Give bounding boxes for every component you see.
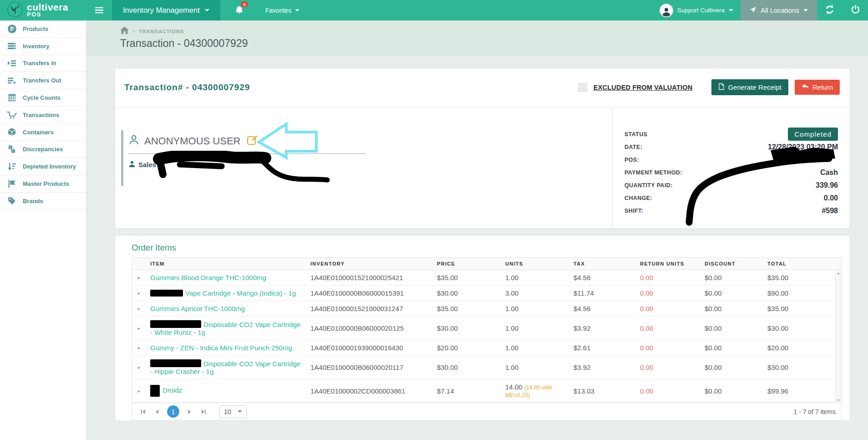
column-inventory: INVENTORY <box>306 258 432 270</box>
page-title: Transaction - 04300007929 <box>120 37 850 50</box>
sidebar-item-transfers-in[interactable]: Transfers In <box>0 55 86 72</box>
transaction-card: Transaction# - 04300007929 EXCLUDED FROM… <box>115 68 850 229</box>
sidebar-item-discrepancies[interactable]: Discrepancies <box>0 141 86 159</box>
expand-row-icon[interactable]: ▸ <box>132 286 146 301</box>
expand-row-icon[interactable]: ▸ <box>132 340 146 356</box>
sidebar-item-transactions[interactable]: Transactions <box>0 107 86 124</box>
sidebar-item-inventory[interactable]: Inventory <box>0 38 86 55</box>
column-total: TOTAL <box>763 258 841 270</box>
customer-section: ANONYMOUS USER Sales <box>115 107 612 228</box>
flag-icon <box>7 179 17 189</box>
cultivera-logo-icon <box>7 2 23 19</box>
column-return-units: RETURN UNITS <box>635 258 700 270</box>
favorites-label: Favorites <box>265 7 292 14</box>
brand-logo[interactable]: cultivera POS <box>0 0 86 20</box>
order-items-grid: ITEM INVENTORY PRICE UNITS TAX RETURN UN… <box>132 257 842 420</box>
accent-bar <box>121 130 123 186</box>
table-row: ▸ Disposable CO2 Vape Cartridge - White … <box>132 317 841 340</box>
tag-icon <box>7 196 17 205</box>
excluded-from-valuation-label[interactable]: EXCLUDED FROM VALUATION <box>594 84 693 91</box>
avatar <box>660 4 673 17</box>
previous-page-button[interactable] <box>152 406 162 417</box>
return-arrow-icon <box>802 83 809 91</box>
date-value: 12/28/2023 03:20 PM <box>768 143 838 151</box>
expand-row-icon[interactable]: ▸ <box>132 317 146 340</box>
brand-name: cultivera <box>27 3 68 12</box>
pos-label: POS: <box>624 157 639 163</box>
expand-row-icon[interactable]: ▸ <box>132 301 146 317</box>
current-page-button[interactable]: 1 <box>167 405 179 418</box>
brand-sub: POS <box>27 12 68 17</box>
module-menu-label: Inventory Management <box>123 6 200 15</box>
products-icon: P <box>7 24 17 34</box>
generate-receipt-button[interactable]: Generate Receipt <box>711 79 788 95</box>
table-row: ▸ Gummies Blood Orange THC-1000mg 1A40E0… <box>132 270 841 286</box>
person-solid-icon <box>129 161 135 169</box>
item-link[interactable]: Droidz <box>162 386 182 394</box>
navigation-icon <box>750 6 756 15</box>
user-name: Support Cultivera <box>677 7 725 14</box>
next-page-button[interactable] <box>184 406 195 417</box>
breadcrumb: › TRANSACTIONS Transaction - 04300007929 <box>86 20 868 56</box>
chevron-down-icon <box>238 410 242 413</box>
change-label: CHANGE: <box>624 195 652 201</box>
scroll-down-icon[interactable]: ▼ <box>837 399 840 402</box>
sidebar-item-products[interactable]: P Products <box>0 20 86 38</box>
column-discount: DISCOUNT <box>700 258 763 270</box>
sidebar-item-cycle-counts[interactable]: Cycle Counts <box>0 89 86 107</box>
expand-row-icon[interactable]: ▸ <box>132 270 146 286</box>
power-icon <box>851 5 860 15</box>
item-link[interactable]: Gummies Blood Orange THC-1000mg <box>150 274 266 281</box>
order-items-heading: Order Items <box>132 243 842 253</box>
status-badge: Completed <box>788 128 838 141</box>
person-outline-icon <box>128 134 140 148</box>
user-menu[interactable]: Support Cultivera <box>660 0 733 20</box>
sidebar-item-transfers-out[interactable]: Transfers Out <box>0 72 86 89</box>
depleted-icon <box>7 162 17 171</box>
discrepancies-icon <box>7 145 17 154</box>
edit-customer-icon[interactable] <box>247 134 258 148</box>
last-page-button[interactable] <box>198 406 209 417</box>
table-scrollbar[interactable]: ▲ ▼ <box>835 271 841 403</box>
svg-text:P: P <box>10 26 14 32</box>
sidebar-item-master-products[interactable]: Master Products <box>0 175 86 193</box>
excluded-from-valuation-checkbox[interactable] <box>578 83 587 92</box>
first-page-button[interactable] <box>137 406 148 417</box>
expand-row-icon[interactable]: ▸ <box>132 379 146 403</box>
sidebar-item-depleted-inventory[interactable]: Depleted Inventory <box>0 158 86 175</box>
quantity-paid-value: 339.96 <box>816 181 838 189</box>
item-link[interactable]: Gummy - ZEN - Indica Mini Fruit Punch 25… <box>150 344 292 352</box>
item-link[interactable]: Gummies Apricot THC-1000mg <box>150 305 245 312</box>
sales-label: Sales <box>138 161 156 169</box>
redaction-block <box>150 359 201 367</box>
order-items-card: Order Items ITEM INVENTORY PRICE UNITS T… <box>115 235 850 420</box>
shift-value: #598 <box>822 207 838 215</box>
expand-row-icon[interactable]: ▸ <box>132 356 146 379</box>
table-row: ▸ Gummy - ZEN - Indica Mini Fruit Punch … <box>132 340 841 356</box>
module-menu[interactable]: Inventory Management <box>112 0 220 20</box>
menu-toggle-icon[interactable] <box>86 0 112 20</box>
scroll-up-icon[interactable]: ▲ <box>837 271 840 275</box>
location-menu[interactable]: All Locations <box>741 0 817 20</box>
return-button[interactable]: Return <box>795 80 840 95</box>
notifications-button[interactable]: 0 <box>235 5 244 16</box>
item-link[interactable]: Vape Cartridge - Mango (Indica) - 1g <box>185 289 296 297</box>
sidebar: P Products Inventory Transfers In Transf… <box>0 20 86 440</box>
sync-button[interactable] <box>817 0 843 20</box>
favorites-menu[interactable]: Favorites <box>265 7 300 14</box>
redaction-block <box>150 290 183 297</box>
chevron-down-icon <box>295 9 299 11</box>
table-header-row: ITEM INVENTORY PRICE UNITS TAX RETURN UN… <box>132 258 841 270</box>
customer-name: ANONYMOUS USER <box>144 135 240 147</box>
chevron-down-icon <box>803 9 808 11</box>
logout-button[interactable] <box>843 0 868 20</box>
home-icon[interactable] <box>120 26 129 36</box>
column-price: PRICE <box>432 258 501 270</box>
payment-method-value: Cash <box>820 169 838 177</box>
breadcrumb-transactions[interactable]: TRANSACTIONS <box>139 29 184 34</box>
transaction-number-title: Transaction# - 04300007929 <box>124 82 250 92</box>
page-size-select[interactable]: 10 <box>219 405 247 418</box>
main-content: › TRANSACTIONS Transaction - 04300007929… <box>86 20 868 440</box>
sidebar-item-containers[interactable]: Containers <box>0 124 86 141</box>
sidebar-item-brands[interactable]: Brands <box>0 193 86 210</box>
